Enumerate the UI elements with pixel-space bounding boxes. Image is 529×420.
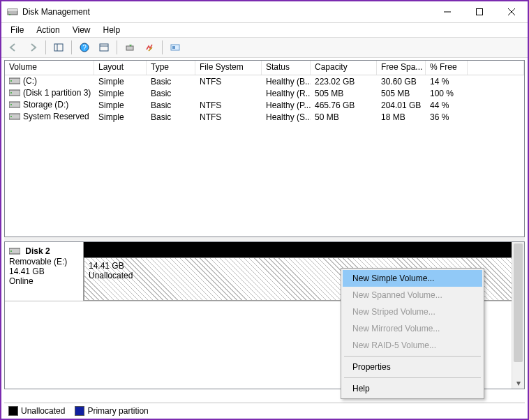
ctx-new-simple-volume[interactable]: New Simple Volume... xyxy=(343,270,482,287)
disk-desc: Removable (E:) xyxy=(9,257,67,267)
table-row[interactable]: (C:)SimpleBasicNTFSHealthy (B...223.02 G… xyxy=(5,75,524,87)
context-menu: New Simple Volume... New Spanned Volume.… xyxy=(341,268,484,399)
svg-text:?: ? xyxy=(82,44,87,52)
col-layout[interactable]: Layout xyxy=(94,61,147,75)
legend-primary-label: Primary partition xyxy=(87,406,148,416)
col-type[interactable]: Type xyxy=(147,61,195,75)
table-row[interactable]: Storage (D:)SimpleBasicNTFSHealthy (P...… xyxy=(5,99,524,111)
svg-rect-11 xyxy=(100,44,108,51)
minimize-button[interactable] xyxy=(431,1,463,22)
col-volume[interactable]: Volume xyxy=(5,61,94,75)
toolbar-separator xyxy=(45,40,46,54)
disk-state: Online xyxy=(9,276,33,286)
legend-primary-swatch xyxy=(75,406,84,416)
svg-point-19 xyxy=(10,92,12,93)
toolbar-separator xyxy=(71,40,72,54)
disk-size: 14.41 GB xyxy=(9,267,45,276)
col-status[interactable]: Status xyxy=(262,61,311,75)
scrollbar-thumb[interactable] xyxy=(514,243,523,362)
toolbar: ? xyxy=(1,37,528,58)
vertical-scrollbar[interactable]: ▴ ▾ xyxy=(512,242,524,389)
col-filesystem[interactable]: File System xyxy=(195,61,262,75)
legend-unallocated: Unallocated xyxy=(8,406,65,416)
volume-list-body: (C:)SimpleBasicNTFSHealthy (B...223.02 G… xyxy=(5,75,524,123)
col-capacity[interactable]: Capacity xyxy=(311,61,377,75)
col-freespace[interactable]: Free Spa... xyxy=(377,61,426,75)
legend: Unallocated Primary partition xyxy=(4,403,525,419)
col-pctfree[interactable]: % Free xyxy=(426,61,468,75)
partition-header-bar xyxy=(84,242,512,257)
ctx-new-striped-volume: New Striped Volume... xyxy=(343,303,482,320)
volume-icon xyxy=(9,89,20,98)
ctx-new-mirrored-volume: New Mirrored Volume... xyxy=(343,320,482,337)
svg-point-25 xyxy=(10,250,12,252)
toolbar-separator xyxy=(162,40,163,54)
menu-file[interactable]: File xyxy=(4,24,30,36)
app-icon xyxy=(7,6,18,17)
disk-info[interactable]: Disk 2 Removable (E:) 14.41 GB Online xyxy=(5,242,84,301)
show-hide-console-tree-button[interactable] xyxy=(50,39,68,56)
volume-list-header: Volume Layout Type File System Status Ca… xyxy=(5,61,524,75)
ctx-separator xyxy=(344,356,481,357)
svg-rect-13 xyxy=(126,46,133,50)
svg-point-17 xyxy=(10,80,12,82)
svg-rect-15 xyxy=(172,46,175,49)
disk-icon xyxy=(9,247,20,257)
ctx-separator xyxy=(344,377,481,378)
more-actions-button[interactable] xyxy=(166,39,184,56)
volume-icon xyxy=(9,112,20,122)
svg-rect-4 xyxy=(477,9,483,15)
menu-help[interactable]: Help xyxy=(97,24,127,36)
splitter[interactable] xyxy=(4,237,525,241)
svg-point-21 xyxy=(10,104,12,105)
ctx-help[interactable]: Help xyxy=(343,380,482,397)
volume-icon xyxy=(9,100,20,110)
svg-point-23 xyxy=(10,116,12,117)
title-bar: Disk Management xyxy=(1,1,528,23)
legend-unallocated-label: Unallocated xyxy=(21,406,65,416)
forward-button[interactable] xyxy=(24,39,42,56)
toolbar-separator xyxy=(117,40,117,54)
volume-icon xyxy=(9,77,20,87)
menu-view[interactable]: View xyxy=(66,24,97,36)
volume-list[interactable]: Volume Layout Type File System Status Ca… xyxy=(4,60,525,237)
svg-rect-7 xyxy=(54,44,63,51)
table-row[interactable]: System ReservedSimpleBasicNTFSHealthy (S… xyxy=(5,111,524,123)
window-frame: Disk Management File Action View Help ? … xyxy=(0,0,529,420)
disk-title: Disk 2 xyxy=(25,246,50,256)
close-button[interactable] xyxy=(496,1,528,22)
help-button[interactable]: ? xyxy=(75,39,94,56)
svg-rect-1 xyxy=(8,9,17,11)
menu-bar: File Action View Help xyxy=(1,23,528,37)
ctx-new-raid5-volume: New RAID-5 Volume... xyxy=(343,337,482,354)
window-title: Disk Management xyxy=(22,7,90,17)
ctx-properties[interactable]: Properties xyxy=(343,359,482,375)
action-list-button[interactable] xyxy=(95,39,113,56)
svg-point-2 xyxy=(9,14,10,15)
refresh-button[interactable] xyxy=(121,39,139,56)
settings-button[interactable] xyxy=(140,39,158,56)
legend-primary: Primary partition xyxy=(75,406,148,416)
table-row[interactable]: (Disk 1 partition 3)SimpleBasicHealthy (… xyxy=(5,87,524,99)
scroll-down-icon[interactable]: ▾ xyxy=(512,377,524,389)
legend-unallocated-swatch xyxy=(8,406,18,416)
menu-action[interactable]: Action xyxy=(30,24,66,36)
back-button[interactable] xyxy=(4,39,22,56)
col-spacer xyxy=(468,61,524,75)
maximize-button[interactable] xyxy=(463,1,496,22)
ctx-new-spanned-volume: New Spanned Volume... xyxy=(343,287,482,303)
